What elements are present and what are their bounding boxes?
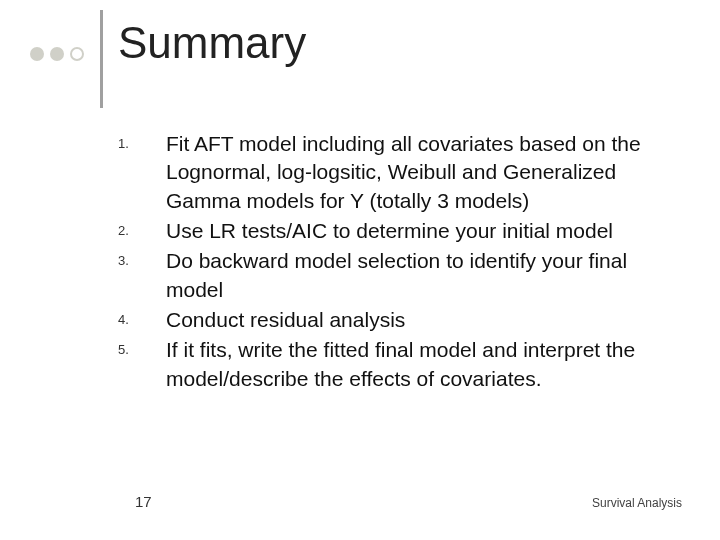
dot-icon	[30, 47, 44, 61]
item-text: Conduct residual analysis	[166, 306, 405, 334]
item-number: 5.	[118, 336, 166, 393]
item-number: 3.	[118, 247, 166, 304]
item-number: 4.	[118, 306, 166, 334]
item-number: 1.	[118, 130, 166, 215]
title-divider	[100, 10, 103, 108]
item-text: If it fits, write the fitted final model…	[166, 336, 678, 393]
list-item: 3. Do backward model selection to identi…	[118, 247, 678, 304]
footer-text: Survival Analysis	[592, 496, 682, 510]
list-item: 5. If it fits, write the fitted final mo…	[118, 336, 678, 393]
list-item: 1. Fit AFT model including all covariate…	[118, 130, 678, 215]
dot-icon	[70, 47, 84, 61]
dot-icon	[50, 47, 64, 61]
slide: Summary 1. Fit AFT model including all c…	[0, 0, 720, 540]
item-text: Do backward model selection to identify …	[166, 247, 678, 304]
page-title: Summary	[118, 18, 306, 68]
list-item: 2. Use LR tests/AIC to determine your in…	[118, 217, 678, 245]
summary-list: 1. Fit AFT model including all covariate…	[118, 130, 678, 395]
item-text: Use LR tests/AIC to determine your initi…	[166, 217, 613, 245]
list-item: 4. Conduct residual analysis	[118, 306, 678, 334]
item-number: 2.	[118, 217, 166, 245]
page-number: 17	[135, 493, 152, 510]
item-text: Fit AFT model including all covariates b…	[166, 130, 678, 215]
decorative-dots	[30, 47, 84, 61]
